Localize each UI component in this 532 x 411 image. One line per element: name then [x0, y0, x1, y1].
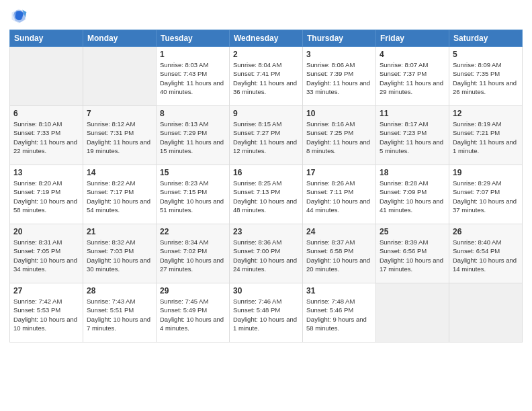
- calendar-cell: 22Sunrise: 8:34 AM Sunset: 7:02 PM Dayli…: [157, 224, 230, 283]
- calendar-cell: 13Sunrise: 8:20 AM Sunset: 7:19 PM Dayli…: [10, 165, 83, 224]
- calendar-cell: 16Sunrise: 8:25 AM Sunset: 7:13 PM Dayli…: [230, 165, 303, 224]
- day-info: Sunrise: 8:23 AM Sunset: 7:15 PM Dayligh…: [160, 179, 226, 214]
- day-info: Sunrise: 8:13 AM Sunset: 7:29 PM Dayligh…: [160, 120, 226, 155]
- day-number: 13: [13, 168, 79, 177]
- day-number: 2: [233, 50, 299, 59]
- day-number: 17: [306, 168, 372, 177]
- calendar-cell: 9Sunrise: 8:15 AM Sunset: 7:27 PM Daylig…: [230, 106, 303, 165]
- calendar-cell: 14Sunrise: 8:22 AM Sunset: 7:17 PM Dayli…: [83, 165, 157, 224]
- day-number: 23: [233, 227, 299, 236]
- day-info: Sunrise: 8:15 AM Sunset: 7:27 PM Dayligh…: [233, 120, 299, 155]
- day-number: 9: [233, 109, 299, 118]
- calendar-cell: 1Sunrise: 8:03 AM Sunset: 7:43 PM Daylig…: [157, 47, 230, 106]
- calendar-cell: 17Sunrise: 8:26 AM Sunset: 7:11 PM Dayli…: [303, 165, 376, 224]
- day-info: Sunrise: 8:16 AM Sunset: 7:25 PM Dayligh…: [306, 120, 372, 155]
- calendar-week-row: 6Sunrise: 8:10 AM Sunset: 7:33 PM Daylig…: [10, 106, 523, 165]
- day-info: Sunrise: 8:29 AM Sunset: 7:07 PM Dayligh…: [453, 179, 519, 214]
- day-of-week-header: Friday: [376, 30, 449, 47]
- day-number: 31: [306, 286, 372, 295]
- day-number: 30: [233, 286, 299, 295]
- day-info: Sunrise: 7:48 AM Sunset: 5:46 PM Dayligh…: [306, 297, 372, 332]
- day-info: Sunrise: 8:34 AM Sunset: 7:02 PM Dayligh…: [160, 238, 226, 273]
- day-number: 15: [160, 168, 226, 177]
- calendar-cell: 24Sunrise: 8:37 AM Sunset: 6:58 PM Dayli…: [303, 224, 376, 283]
- day-info: Sunrise: 8:12 AM Sunset: 7:31 PM Dayligh…: [87, 120, 152, 155]
- calendar-cell: 28Sunrise: 7:43 AM Sunset: 5:51 PM Dayli…: [83, 283, 157, 342]
- day-info: Sunrise: 8:28 AM Sunset: 7:09 PM Dayligh…: [380, 179, 445, 214]
- calendar-cell: [83, 47, 157, 106]
- logo: [9, 7, 30, 26]
- calendar-cell: 8Sunrise: 8:13 AM Sunset: 7:29 PM Daylig…: [157, 106, 230, 165]
- day-info: Sunrise: 8:25 AM Sunset: 7:13 PM Dayligh…: [233, 179, 299, 214]
- calendar-cell: 2Sunrise: 8:04 AM Sunset: 7:41 PM Daylig…: [230, 47, 303, 106]
- calendar-week-row: 1Sunrise: 8:03 AM Sunset: 7:43 PM Daylig…: [10, 47, 523, 106]
- calendar-week-row: 27Sunrise: 7:42 AM Sunset: 5:53 PM Dayli…: [10, 283, 523, 342]
- day-info: Sunrise: 8:40 AM Sunset: 6:54 PM Dayligh…: [453, 238, 519, 273]
- day-number: 20: [13, 227, 79, 236]
- day-number: 6: [13, 109, 79, 118]
- day-number: 24: [306, 227, 372, 236]
- calendar-week-row: 20Sunrise: 8:31 AM Sunset: 7:05 PM Dayli…: [10, 224, 523, 283]
- calendar-cell: 19Sunrise: 8:29 AM Sunset: 7:07 PM Dayli…: [449, 165, 523, 224]
- day-info: Sunrise: 8:10 AM Sunset: 7:33 PM Dayligh…: [13, 120, 79, 155]
- day-number: 7: [87, 109, 152, 118]
- day-number: 1: [160, 50, 226, 59]
- day-number: 10: [306, 109, 372, 118]
- page-header: [9, 7, 523, 26]
- day-of-week-header: Monday: [83, 30, 157, 47]
- day-number: 29: [160, 286, 226, 295]
- calendar-cell: 31Sunrise: 7:48 AM Sunset: 5:46 PM Dayli…: [303, 283, 376, 342]
- day-info: Sunrise: 8:20 AM Sunset: 7:19 PM Dayligh…: [13, 179, 79, 214]
- day-info: Sunrise: 8:04 AM Sunset: 7:41 PM Dayligh…: [233, 60, 299, 96]
- day-info: Sunrise: 8:19 AM Sunset: 7:21 PM Dayligh…: [453, 120, 519, 155]
- day-info: Sunrise: 8:22 AM Sunset: 7:17 PM Dayligh…: [87, 179, 152, 214]
- day-number: 28: [87, 286, 152, 295]
- day-number: 5: [453, 50, 519, 59]
- calendar-cell: 5Sunrise: 8:09 AM Sunset: 7:35 PM Daylig…: [449, 47, 523, 106]
- calendar-cell: 15Sunrise: 8:23 AM Sunset: 7:15 PM Dayli…: [157, 165, 230, 224]
- day-info: Sunrise: 8:37 AM Sunset: 6:58 PM Dayligh…: [306, 238, 372, 273]
- calendar-cell: 30Sunrise: 7:46 AM Sunset: 5:48 PM Dayli…: [230, 283, 303, 342]
- calendar-cell: [10, 47, 83, 106]
- day-number: 22: [160, 227, 226, 236]
- calendar-cell: 20Sunrise: 8:31 AM Sunset: 7:05 PM Dayli…: [10, 224, 83, 283]
- day-number: 14: [87, 168, 152, 177]
- day-info: Sunrise: 8:07 AM Sunset: 7:37 PM Dayligh…: [380, 60, 445, 96]
- day-number: 26: [453, 227, 519, 236]
- day-number: 27: [13, 286, 79, 295]
- day-info: Sunrise: 7:45 AM Sunset: 5:49 PM Dayligh…: [160, 297, 226, 332]
- calendar-cell: 27Sunrise: 7:42 AM Sunset: 5:53 PM Dayli…: [10, 283, 83, 342]
- calendar-cell: 11Sunrise: 8:17 AM Sunset: 7:23 PM Dayli…: [376, 106, 449, 165]
- calendar-cell: 6Sunrise: 8:10 AM Sunset: 7:33 PM Daylig…: [10, 106, 83, 165]
- calendar-table: SundayMondayTuesdayWednesdayThursdayFrid…: [9, 30, 523, 342]
- day-number: 21: [87, 227, 152, 236]
- day-info: Sunrise: 8:39 AM Sunset: 6:56 PM Dayligh…: [380, 238, 445, 273]
- day-of-week-header: Wednesday: [230, 30, 303, 47]
- day-of-week-header: Saturday: [449, 30, 523, 47]
- day-number: 25: [380, 227, 445, 236]
- day-info: Sunrise: 8:31 AM Sunset: 7:05 PM Dayligh…: [13, 238, 79, 273]
- day-number: 8: [160, 109, 226, 118]
- calendar-header-row: SundayMondayTuesdayWednesdayThursdayFrid…: [10, 30, 523, 47]
- day-number: 19: [453, 168, 519, 177]
- day-of-week-header: Thursday: [303, 30, 376, 47]
- day-number: 12: [453, 109, 519, 118]
- calendar-cell: 18Sunrise: 8:28 AM Sunset: 7:09 PM Dayli…: [376, 165, 449, 224]
- day-info: Sunrise: 8:09 AM Sunset: 7:35 PM Dayligh…: [453, 60, 519, 96]
- calendar-cell: [376, 283, 449, 342]
- day-number: 11: [380, 109, 445, 118]
- calendar-cell: [449, 283, 523, 342]
- calendar-cell: 3Sunrise: 8:06 AM Sunset: 7:39 PM Daylig…: [303, 47, 376, 106]
- logo-icon: [9, 7, 28, 26]
- calendar-cell: 29Sunrise: 7:45 AM Sunset: 5:49 PM Dayli…: [157, 283, 230, 342]
- calendar-cell: 10Sunrise: 8:16 AM Sunset: 7:25 PM Dayli…: [303, 106, 376, 165]
- day-info: Sunrise: 8:06 AM Sunset: 7:39 PM Dayligh…: [306, 60, 372, 96]
- calendar-cell: 23Sunrise: 8:36 AM Sunset: 7:00 PM Dayli…: [230, 224, 303, 283]
- calendar-cell: 25Sunrise: 8:39 AM Sunset: 6:56 PM Dayli…: [376, 224, 449, 283]
- day-info: Sunrise: 8:03 AM Sunset: 7:43 PM Dayligh…: [160, 60, 226, 96]
- day-info: Sunrise: 7:46 AM Sunset: 5:48 PM Dayligh…: [233, 297, 299, 332]
- day-info: Sunrise: 7:42 AM Sunset: 5:53 PM Dayligh…: [13, 297, 79, 332]
- day-info: Sunrise: 8:32 AM Sunset: 7:03 PM Dayligh…: [87, 238, 152, 273]
- calendar-cell: 26Sunrise: 8:40 AM Sunset: 6:54 PM Dayli…: [449, 224, 523, 283]
- day-number: 18: [380, 168, 445, 177]
